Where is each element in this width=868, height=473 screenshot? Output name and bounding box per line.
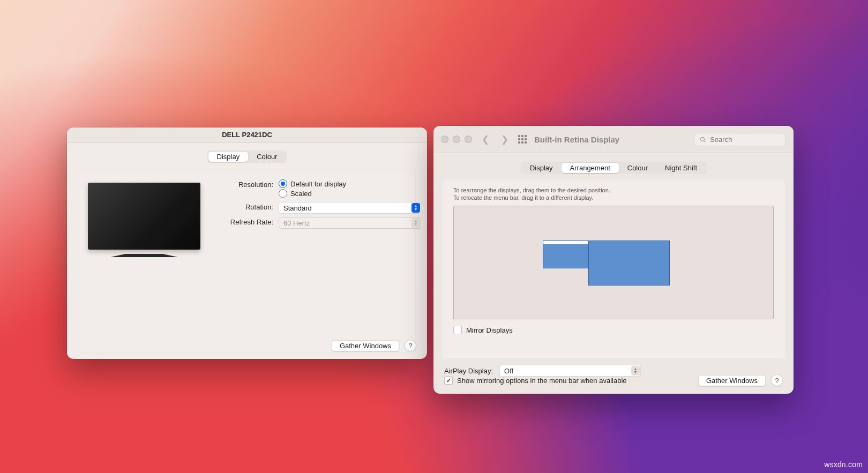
rotation-select[interactable]: Standard bbox=[279, 202, 421, 214]
forward-button: ❯ bbox=[499, 134, 511, 145]
tab-arrangement[interactable]: Arrangement bbox=[562, 163, 619, 173]
tab-display[interactable]: Display bbox=[521, 163, 562, 173]
arrangement-panel: To rearrange the displays, drag them to … bbox=[442, 179, 785, 359]
tab-bar: Display Arrangement Colour Night Shift bbox=[520, 162, 707, 174]
search-icon bbox=[700, 136, 706, 143]
search-field[interactable] bbox=[694, 133, 786, 146]
refresh-value: 60 Hertz bbox=[283, 219, 310, 227]
monitor-preview bbox=[88, 179, 200, 340]
show-all-icon[interactable] bbox=[518, 135, 527, 144]
rotation-value: Standard bbox=[283, 204, 312, 212]
tab-display[interactable]: Display bbox=[208, 152, 249, 162]
back-button[interactable]: ❮ bbox=[480, 134, 491, 145]
chevron-updown-icon bbox=[411, 203, 420, 213]
show-mirroring-checkbox[interactable]: Show mirroring options in the menu bar w… bbox=[444, 376, 627, 385]
display-builtin[interactable] bbox=[543, 241, 589, 268]
minimize-icon[interactable] bbox=[453, 136, 460, 143]
radio-icon bbox=[279, 189, 287, 198]
resolution-default-text: Default for display bbox=[290, 180, 346, 188]
resolution-label: Resolution: bbox=[216, 179, 273, 189]
desktop: DELL P2421DC Display Colour Resolution: bbox=[0, 0, 868, 473]
search-input[interactable] bbox=[709, 135, 780, 144]
gather-windows-button[interactable]: Gather Windows bbox=[698, 375, 766, 386]
checkbox-icon bbox=[444, 376, 453, 385]
refresh-label: Refresh Rate: bbox=[216, 217, 273, 226]
svg-line-1 bbox=[704, 140, 706, 142]
mirror-displays-checkbox[interactable]: Mirror Displays bbox=[453, 326, 774, 334]
mirror-displays-label: Mirror Displays bbox=[466, 326, 513, 334]
zoom-icon[interactable] bbox=[465, 136, 472, 143]
tab-bar: Display Colour bbox=[207, 151, 287, 163]
resolution-scaled-radio[interactable]: Scaled bbox=[279, 189, 421, 198]
help-text: To rearrange the displays, drag them to … bbox=[453, 186, 774, 201]
builtin-display-window: ❮ ❯ Built-in Retina Display Display Arra… bbox=[433, 126, 794, 394]
resolution-default-radio[interactable]: Default for display bbox=[279, 179, 421, 188]
resolution-scaled-text: Scaled bbox=[290, 190, 312, 198]
toolbar: ❮ ❯ Built-in Retina Display bbox=[433, 126, 794, 153]
display-panel: Resolution: Default for display Scaled bbox=[78, 169, 416, 354]
checkbox-icon bbox=[453, 326, 462, 334]
menu-bar-handle[interactable] bbox=[543, 241, 588, 244]
chevron-updown-icon bbox=[411, 218, 420, 228]
help-button[interactable]: ? bbox=[405, 340, 416, 351]
window-title: DELL P2421DC bbox=[67, 127, 427, 143]
rotation-label: Rotation: bbox=[216, 202, 273, 211]
gather-windows-button[interactable]: Gather Windows bbox=[332, 340, 399, 351]
tab-colour[interactable]: Colour bbox=[248, 152, 286, 162]
tab-night-shift[interactable]: Night Shift bbox=[656, 163, 706, 173]
radio-icon bbox=[279, 179, 287, 188]
airplay-value: Off bbox=[504, 367, 513, 375]
airplay-label: AirPlay Display: bbox=[444, 367, 493, 375]
show-mirroring-label: Show mirroring options in the menu bar w… bbox=[457, 377, 627, 385]
display-external[interactable] bbox=[588, 241, 670, 286]
external-display-window: DELL P2421DC Display Colour Resolution: bbox=[67, 127, 427, 359]
tab-colour[interactable]: Colour bbox=[619, 163, 656, 173]
traffic-lights bbox=[441, 136, 472, 143]
refresh-select: 60 Hertz bbox=[279, 217, 421, 229]
watermark: wsxdn.com bbox=[824, 460, 863, 469]
close-icon[interactable] bbox=[441, 136, 448, 143]
window-title: Built-in Retina Display bbox=[534, 135, 619, 144]
help-button[interactable]: ? bbox=[771, 374, 783, 386]
svg-point-0 bbox=[700, 137, 704, 141]
arrangement-canvas[interactable] bbox=[453, 206, 774, 319]
